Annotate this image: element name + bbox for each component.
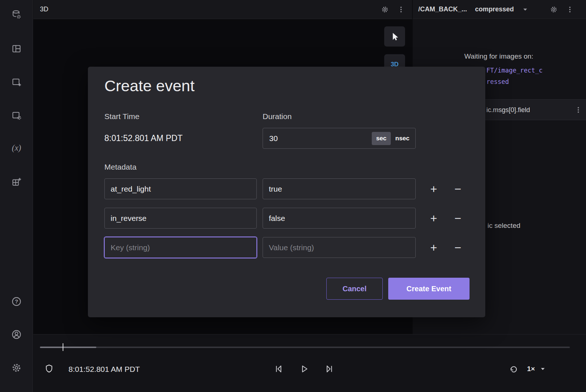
add-row-button[interactable]: +	[426, 240, 442, 256]
waiting-for-images-text: Waiting for images on:	[416, 52, 581, 60]
svg-text:?: ?	[15, 298, 18, 304]
sidebar-item-layouts[interactable]	[8, 41, 25, 57]
image-encoding-label: compressed	[475, 5, 514, 13]
duration-field: sec nsec	[263, 128, 416, 149]
image-topic-path-line1: FT/image_rect_c	[486, 67, 543, 74]
chevron-down-icon	[540, 367, 545, 371]
image-panel-header: /CAM_BACK_... compressed	[412, 0, 586, 19]
left-sidebar: (x) ?	[0, 0, 33, 392]
timeline-loaded-range	[40, 347, 96, 348]
cursor-arrow-icon	[390, 32, 400, 41]
playback-speed-select[interactable]: 1×	[527, 361, 545, 377]
sidebar-item-add-panel[interactable]	[8, 74, 25, 90]
play-icon	[299, 364, 309, 374]
duration-input[interactable]	[263, 134, 372, 143]
kebab-menu-icon	[575, 106, 582, 114]
metadata-key-input[interactable]	[104, 178, 257, 199]
sidebar-item-data-source-settings[interactable]	[8, 7, 25, 23]
gear-icon	[550, 5, 558, 14]
skip-to-end-icon	[324, 364, 335, 374]
create-event-button[interactable]: Create Event	[388, 278, 470, 300]
viewport-panel-header: 3D	[33, 0, 412, 19]
loop-icon	[508, 364, 519, 374]
timeline-scrubber[interactable]	[40, 347, 570, 348]
panel-title: 3D	[40, 5, 48, 13]
playback-bar: 8:01:52.801 AM PDT	[33, 334, 586, 392]
kebab-menu-icon	[397, 6, 405, 13]
metadata-label: Metadata	[104, 163, 137, 171]
seek-start-button[interactable]	[270, 361, 286, 377]
loop-button[interactable]	[505, 361, 522, 377]
panel-settings-button[interactable]	[380, 4, 390, 15]
duration-unit-sec-button[interactable]: sec	[372, 132, 391, 145]
minus-icon: −	[455, 242, 461, 254]
playback-speed-value: 1×	[527, 365, 535, 373]
remove-row-button[interactable]: −	[450, 240, 466, 256]
metadata-value-input[interactable]	[263, 208, 416, 229]
add-row-button[interactable]: +	[426, 181, 442, 197]
cancel-button[interactable]: Cancel	[326, 278, 383, 300]
shield-icon	[44, 364, 54, 373]
topic-selection-status: ic selected	[487, 222, 520, 230]
metadata-value-input[interactable]	[263, 237, 416, 258]
playback-timestamp: 8:01:52.801 AM PDT	[68, 365, 140, 374]
panel-settings-icon	[11, 110, 22, 121]
account-icon	[11, 329, 22, 340]
pointer-tool-button[interactable]	[384, 26, 405, 47]
data-source-settings-icon	[11, 10, 22, 20]
gear-icon	[381, 5, 389, 14]
image-panel-settings-button[interactable]	[549, 4, 559, 15]
metadata-row: + −	[104, 178, 466, 199]
layouts-icon	[11, 44, 22, 54]
sidebar-item-extensions[interactable]	[8, 174, 25, 190]
image-topic-label: /CAM_BACK_...	[418, 5, 467, 13]
duration-label: Duration	[263, 112, 292, 121]
sidebar-item-help[interactable]: ?	[8, 293, 25, 310]
minus-icon: −	[455, 212, 461, 224]
create-event-dialog: Create event Start Time 8:01:52.801 AM P…	[88, 67, 485, 317]
dialog-title: Create event	[104, 77, 194, 95]
variables-icon: (x)	[12, 143, 21, 153]
sidebar-item-variables[interactable]: (x)	[8, 140, 25, 156]
kebab-menu-icon	[566, 6, 574, 13]
skip-to-start-icon	[273, 364, 283, 374]
settings-gear-icon	[11, 362, 22, 373]
metadata-key-input[interactable]	[104, 208, 257, 229]
playhead-marker[interactable]	[63, 343, 63, 351]
message-path-menu-button[interactable]	[573, 105, 583, 115]
app-root: (x) ?	[0, 0, 586, 392]
plus-icon: +	[430, 183, 437, 195]
metadata-value-input[interactable]	[263, 178, 416, 199]
metadata-row: + −	[104, 237, 466, 258]
add-panel-icon	[11, 77, 22, 87]
message-path-label: ic.msgs[0].field	[486, 106, 530, 114]
seek-end-button[interactable]	[322, 361, 338, 377]
sidebar-item-app-settings[interactable]	[8, 360, 25, 376]
chevron-down-icon	[523, 8, 528, 11]
play-button[interactable]	[296, 361, 312, 377]
extensions-icon	[11, 177, 22, 187]
metadata-row: + −	[104, 208, 466, 229]
image-topic-path-line2: ressed	[486, 78, 509, 85]
start-time-label: Start Time	[104, 112, 140, 121]
panel-menu-button[interactable]	[396, 4, 406, 15]
remove-row-button[interactable]: −	[450, 181, 466, 197]
plus-icon: +	[430, 242, 437, 254]
metadata-key-input[interactable]	[104, 237, 257, 258]
image-panel-menu-button[interactable]	[565, 4, 575, 15]
duration-unit-nsec-button[interactable]: nsec	[395, 135, 409, 142]
minus-icon: −	[455, 183, 461, 195]
add-row-button[interactable]: +	[426, 210, 442, 226]
start-time-value: 8:01:52.801 AM PDT	[104, 133, 183, 143]
sidebar-item-panel-settings[interactable]	[8, 107, 25, 123]
sidebar-item-account[interactable]	[8, 326, 25, 343]
help-icon: ?	[11, 296, 22, 307]
plus-icon: +	[430, 212, 437, 224]
image-topic-select[interactable]: /CAM_BACK_... compressed	[418, 5, 528, 13]
remove-row-button[interactable]: −	[450, 210, 466, 226]
